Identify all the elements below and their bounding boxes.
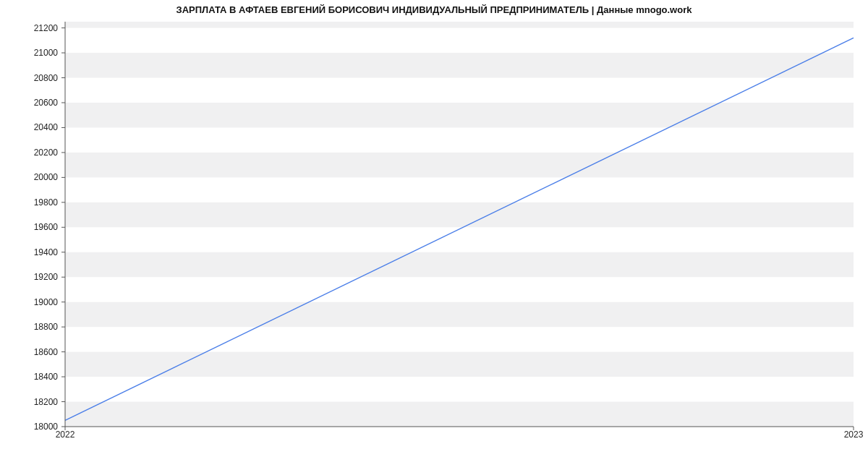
y-tick-label: 21000 (0, 48, 58, 58)
x-tick-label: 2022 (56, 430, 75, 440)
y-tick-label: 18800 (0, 322, 58, 332)
y-tick-label: 19600 (0, 222, 58, 232)
x-tick-label: 2023 (844, 430, 864, 440)
y-tick-label: 20800 (0, 73, 58, 83)
svg-rect-3 (65, 252, 854, 277)
svg-rect-5 (65, 153, 854, 177)
chart-title: ЗАРПЛАТА В АФТАЕВ ЕВГЕНИЙ БОРИСОВИЧ ИНДИ… (0, 4, 868, 15)
y-tick-label: 19200 (0, 272, 58, 282)
chart-container: ЗАРПЛАТА В АФТАЕВ ЕВГЕНИЙ БОРИСОВИЧ ИНДИ… (0, 0, 868, 470)
svg-rect-0 (65, 402, 854, 427)
y-tick-label: 20400 (0, 122, 58, 132)
y-tick-label: 20000 (0, 172, 58, 182)
svg-rect-1 (65, 352, 854, 377)
y-tick-label: 20600 (0, 98, 58, 108)
y-tick-label: 19400 (0, 247, 58, 257)
svg-rect-2 (65, 302, 854, 327)
svg-rect-4 (65, 202, 854, 227)
svg-rect-6 (65, 103, 854, 127)
line-chart-svg (65, 22, 854, 427)
plot-area (65, 22, 854, 427)
y-tick-label: 19800 (0, 197, 58, 208)
y-tick-label: 21200 (0, 23, 58, 33)
y-tick-label: 18000 (0, 422, 58, 432)
y-tick-label: 18600 (0, 347, 58, 357)
svg-rect-8 (65, 22, 854, 28)
y-tick-label: 18400 (0, 372, 58, 382)
y-tick-label: 20200 (0, 148, 58, 158)
svg-rect-7 (65, 53, 854, 77)
y-tick-label: 19000 (0, 297, 58, 307)
y-tick-label: 18200 (0, 397, 58, 407)
